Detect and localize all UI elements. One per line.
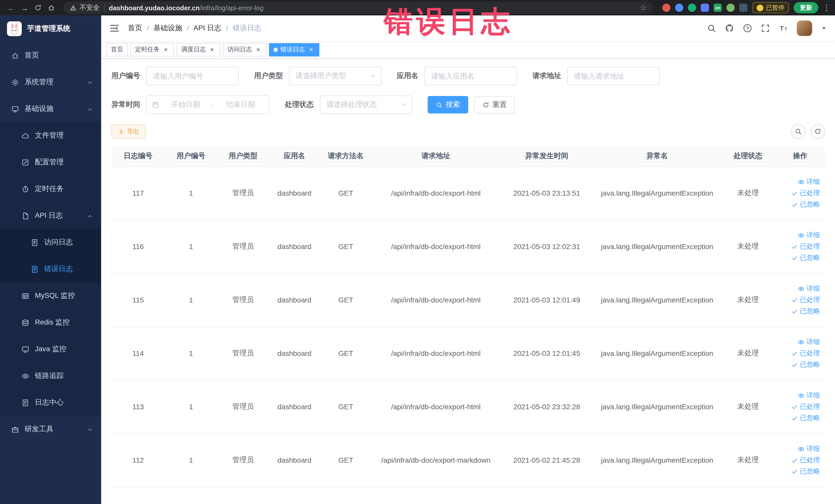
- tag-item[interactable]: 错误日志×: [269, 43, 319, 56]
- tools-icon: [11, 425, 19, 433]
- check-icon: [791, 255, 798, 261]
- check-icon: [791, 415, 798, 421]
- sidebar-item-dev-tools[interactable]: 研发工具: [0, 416, 101, 443]
- toggle-search-button[interactable]: [791, 124, 806, 139]
- sidebar-item-error-log[interactable]: 错误日志: [0, 256, 101, 282]
- search-button[interactable]: 搜索: [428, 96, 468, 114]
- bookmark-star-icon[interactable]: ☆: [640, 3, 647, 12]
- tag-close-icon[interactable]: ×: [162, 46, 169, 53]
- detail-link[interactable]: 详细: [798, 444, 820, 453]
- github-icon[interactable]: [725, 24, 734, 33]
- breadcrumb-item[interactable]: 基础设施: [154, 24, 182, 33]
- app-name-input[interactable]: [425, 67, 517, 85]
- cell-time: 2021-05-03 12:01:45: [500, 327, 593, 380]
- request-url-input[interactable]: [567, 67, 660, 85]
- process-status-select[interactable]: 请选择处理状态: [320, 96, 412, 114]
- detail-link[interactable]: 详细: [798, 230, 820, 240]
- ignored-link[interactable]: 已忽略: [791, 360, 820, 369]
- tag-item[interactable]: 定时任务×: [130, 43, 174, 56]
- caret-down-icon[interactable]: [821, 25, 827, 31]
- cell-exception: java.lang.IllegalArgumentException: [593, 327, 721, 380]
- user-id-label: 用户编号: [111, 72, 140, 81]
- sidebar-item-java[interactable]: Java 监控: [0, 336, 101, 363]
- processed-link[interactable]: 已处理: [791, 188, 820, 198]
- address-bar[interactable]: 不安全 dashboard.yudao.iocoder.cn/infra/log…: [64, 2, 653, 14]
- breadcrumb-item[interactable]: API 日志: [194, 24, 222, 33]
- processed-link[interactable]: 已处理: [791, 402, 820, 411]
- tag-close-icon[interactable]: ×: [254, 46, 262, 53]
- search-icon[interactable]: [707, 24, 716, 33]
- browser-reload-button[interactable]: [32, 2, 44, 14]
- font-size-icon[interactable]: TT: [779, 24, 788, 33]
- avatar[interactable]: [797, 21, 812, 36]
- detail-link[interactable]: 详细: [798, 337, 820, 347]
- column-header-status: 处理状态: [721, 146, 775, 166]
- tag-item[interactable]: 首页: [106, 43, 128, 56]
- app-name-label: 应用名: [397, 72, 419, 81]
- tag-close-icon[interactable]: ×: [307, 46, 315, 53]
- export-button[interactable]: 导出: [111, 124, 146, 139]
- extension-icon-leaf[interactable]: [727, 4, 735, 12]
- detail-link[interactable]: 详细: [798, 177, 820, 186]
- sidebar-item-access-log[interactable]: 访问日志: [0, 229, 101, 256]
- tag-item[interactable]: 访问日志×: [223, 43, 266, 56]
- ignored-link[interactable]: 已忽略: [791, 414, 820, 423]
- browser-home-button[interactable]: [45, 2, 58, 14]
- ignored-link[interactable]: 已忽略: [791, 467, 820, 476]
- sidebar-item-infra[interactable]: 基础设施: [0, 96, 101, 122]
- browser-forward-button[interactable]: →: [19, 2, 31, 14]
- sidebar-item-redis[interactable]: Redis 监控: [0, 309, 101, 336]
- refresh-button[interactable]: [811, 124, 825, 139]
- monitor-icon: [22, 345, 29, 353]
- sidebar-item-log-center[interactable]: 日志中心: [0, 389, 101, 416]
- browser-menu-icon[interactable]: ⋮: [823, 3, 830, 12]
- eye-icon: [798, 392, 805, 399]
- row-action-label: 已处理: [800, 295, 820, 304]
- app-logo[interactable]: 芋道管理系统: [0, 15, 101, 42]
- sidebar-item-config[interactable]: 配置管理: [0, 149, 101, 176]
- exception-time-range-picker[interactable]: 开始日期 - 结束日期: [146, 96, 269, 114]
- extension-icon-tree[interactable]: [739, 4, 748, 12]
- column-header-actions: 操作: [775, 146, 825, 166]
- ignored-link[interactable]: 已忽略: [791, 306, 820, 316]
- fullscreen-icon[interactable]: [761, 24, 770, 33]
- help-icon[interactable]: ?: [743, 24, 752, 33]
- hamburger-icon[interactable]: [109, 23, 120, 33]
- detail-link[interactable]: 详细: [798, 284, 820, 293]
- ignored-link[interactable]: 已忽略: [791, 253, 820, 262]
- sidebar-item-system[interactable]: 系统管理: [0, 69, 101, 96]
- reset-button[interactable]: 重置: [474, 96, 515, 114]
- sidebar-item-trace[interactable]: 链路追踪: [0, 363, 101, 389]
- sidebar-item-job[interactable]: 定时任务: [0, 176, 101, 202]
- breadcrumb-item[interactable]: 首页: [128, 24, 142, 33]
- tag-close-icon[interactable]: ×: [208, 46, 216, 53]
- processed-link[interactable]: 已处理: [791, 456, 820, 465]
- sidebar-item-mysql[interactable]: MySQL 监控: [0, 282, 101, 309]
- extension-icon-grid[interactable]: [701, 4, 709, 12]
- processed-link[interactable]: 已处理: [791, 349, 820, 358]
- processed-link[interactable]: 已处理: [791, 242, 820, 251]
- sidebar-item-api-log[interactable]: API 日志: [0, 202, 101, 229]
- layers-icon: [22, 319, 29, 326]
- sidebar-item-file[interactable]: 文件管理: [0, 122, 101, 149]
- browser-update-button[interactable]: 更新: [794, 2, 818, 13]
- paused-badge[interactable]: 已暂停: [752, 2, 789, 13]
- extension-icon-red[interactable]: [662, 4, 670, 12]
- tag-item[interactable]: 调度日志×: [177, 43, 220, 56]
- extension-icon-on-badge[interactable]: on: [714, 4, 722, 12]
- row-action-label: 已处理: [800, 402, 820, 411]
- detail-link[interactable]: 详细: [798, 391, 820, 400]
- sidebar-item-home[interactable]: 首页: [0, 42, 101, 69]
- user-id-input[interactable]: [146, 67, 239, 85]
- browser-back-button[interactable]: ←: [5, 2, 18, 14]
- security-chip[interactable]: 不安全: [70, 3, 105, 12]
- annotation-overlay: 错误日志: [384, 7, 513, 36]
- cell-app: dashboard: [269, 273, 320, 327]
- extension-icon-blue[interactable]: [675, 4, 683, 12]
- processed-link[interactable]: 已处理: [791, 295, 820, 304]
- user-type-select[interactable]: 请选择用户类型: [289, 67, 382, 85]
- tag-label: 定时任务: [135, 45, 160, 54]
- extension-icon-green[interactable]: [688, 4, 696, 12]
- gear-icon: [11, 78, 19, 86]
- ignored-link[interactable]: 已忽略: [791, 200, 820, 209]
